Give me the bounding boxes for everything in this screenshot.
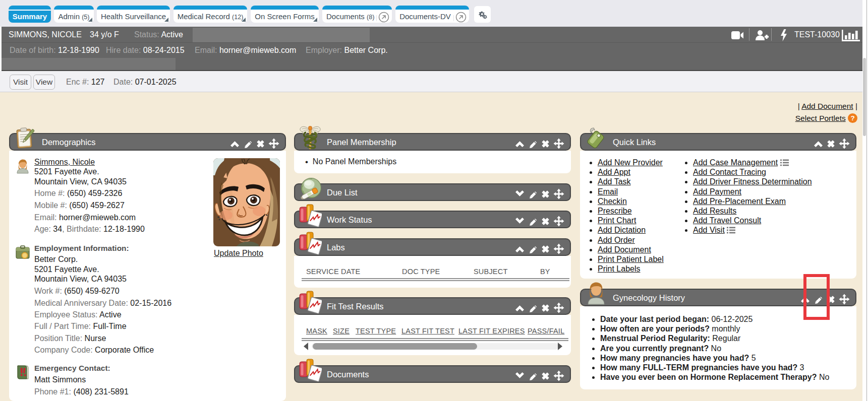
svg-text:?: ? — [850, 114, 854, 122]
